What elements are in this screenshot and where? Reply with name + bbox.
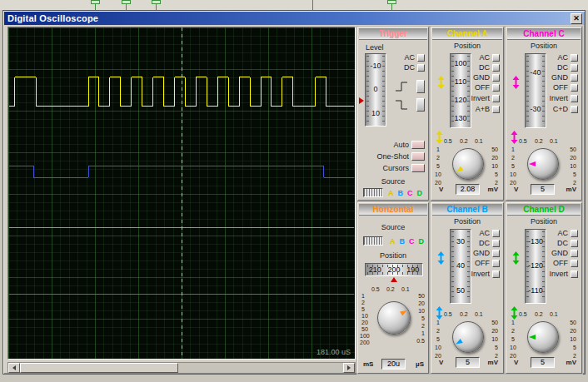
schematic-fragment (122, 0, 131, 4)
source-c[interactable]: C (407, 189, 413, 197)
position-label: Position (506, 42, 581, 50)
trigger-level-slider[interactable]: -10 0 10 (365, 53, 386, 127)
gain-knob[interactable] (527, 321, 559, 353)
knob-scale-label: 20 (491, 155, 498, 161)
gain-knob[interactable] (452, 321, 484, 353)
horizontal-source-letters: A B C D (390, 237, 424, 246)
position-strip[interactable]: -40-30 (525, 53, 546, 128)
position-arrow-icon[interactable] (437, 251, 445, 265)
knob-scale-label: 10 (435, 345, 441, 351)
trigger-source-slider[interactable] (363, 188, 383, 197)
falling-edge-button[interactable] (416, 98, 425, 112)
oscilloscope-window: Digital Oscilloscope ✕ 181.00 uS Trigger… (2, 10, 586, 375)
channel-panel: Channel B Position 304050 AC DC GND OFF … (431, 202, 504, 374)
trigger-dc-button[interactable] (417, 64, 425, 72)
gain-knob-area: 0.5 0.2 0.1 1 2 5 10 20 50 20 10 5 2 V 5… (506, 138, 581, 198)
dc-button[interactable] (571, 64, 578, 72)
trigger-ac-button[interactable] (417, 54, 425, 62)
dc-button[interactable] (492, 64, 500, 72)
unit-label: mV (488, 186, 498, 193)
position-value: 130 (454, 115, 466, 122)
gnd-button[interactable] (492, 74, 500, 82)
position-value: 100 (454, 60, 466, 67)
channel-panel: Channel A Position 100110120130 AC DC GN… (431, 27, 504, 201)
auto-button[interactable] (411, 141, 425, 149)
gain-knob-area: 0.5 0.2 0.1 1 2 5 10 20 50 20 10 5 2 V 2… (431, 138, 503, 198)
cursors-button[interactable] (411, 164, 425, 172)
knob-scale-label: 0.5 (519, 138, 527, 145)
knob-scale-label: 20 (418, 300, 425, 307)
invert-button[interactable] (571, 270, 578, 278)
knob-scale-label: 0.5 (416, 338, 425, 345)
gnd-label: GND (473, 73, 490, 82)
unit-label: V (514, 186, 518, 193)
one-shot-button[interactable] (411, 152, 425, 161)
rising-edge-button[interactable] (416, 80, 425, 93)
knob-pointer-icon (529, 335, 536, 340)
title-bar[interactable]: Digital Oscilloscope ✕ (4, 12, 584, 25)
sum-button[interactable] (492, 106, 500, 113)
ac-button[interactable] (492, 54, 500, 62)
horizontal-position-strip[interactable]: 210 200 190 (365, 263, 423, 276)
horizontal-source-slider[interactable] (363, 236, 383, 246)
cursors-label: Cursors (382, 164, 409, 172)
source-b[interactable]: B (400, 237, 406, 246)
ac-button[interactable] (492, 230, 500, 237)
dc-button[interactable] (492, 240, 500, 247)
horizontal-scrollbar[interactable] (7, 362, 356, 374)
gain-knob[interactable] (527, 148, 559, 180)
trigger-source-letters: A B C D (388, 189, 422, 197)
unit-label: V (439, 360, 443, 366)
invert-button[interactable] (492, 270, 500, 278)
invert-label: Invert (471, 270, 490, 278)
invert-button[interactable] (492, 95, 500, 102)
knob-scale-label: 20 (570, 155, 576, 161)
position-arrow-icon[interactable] (512, 76, 520, 89)
scrollbar-thumb[interactable] (20, 363, 178, 373)
off-row: OFF (553, 259, 578, 267)
off-button[interactable] (492, 260, 500, 267)
scroll-left-button[interactable] (8, 363, 20, 373)
invert-button[interactable] (571, 95, 578, 102)
source-d[interactable]: D (417, 189, 423, 197)
gnd-label: GND (473, 249, 490, 257)
knob-scale-label: 200 (360, 340, 370, 346)
off-button[interactable] (571, 84, 578, 92)
trigger-level-label: Level (366, 43, 384, 52)
knob-scale-label: 0.1 (550, 311, 558, 318)
knob-pointer (528, 149, 558, 179)
gnd-button[interactable] (571, 74, 578, 82)
channel-header: Channel D (507, 204, 581, 216)
time-readout: 181.00 uS (316, 348, 351, 356)
timebase-knob[interactable] (377, 301, 411, 335)
gnd-button[interactable] (571, 250, 578, 257)
scrollbar-track[interactable] (178, 363, 343, 373)
position-arrow-icon[interactable] (437, 76, 445, 89)
position-strip[interactable]: 100110120130 (450, 53, 471, 128)
knob-scale-label: 0.2 (460, 311, 468, 318)
gain-knob[interactable] (452, 148, 484, 180)
off-button[interactable] (492, 84, 500, 92)
trigger-dc-label: DC (404, 63, 415, 72)
ac-button[interactable] (571, 230, 578, 237)
position-strip[interactable]: 304050 (450, 229, 471, 304)
scroll-left-icon (12, 365, 16, 370)
source-b[interactable]: B (398, 189, 404, 197)
source-a[interactable]: A (388, 189, 394, 197)
gnd-button[interactable] (492, 250, 500, 257)
scroll-right-button[interactable] (343, 363, 355, 373)
knob-scale-label: 0.2 (460, 138, 468, 145)
close-button[interactable]: ✕ (571, 13, 582, 24)
ac-row: AC (479, 53, 500, 62)
position-strip[interactable]: -130-120-110 (525, 229, 546, 304)
off-button[interactable] (571, 260, 578, 267)
sum-button[interactable] (571, 106, 578, 113)
dc-button[interactable] (571, 240, 578, 247)
knob-scale-label: 0.2 (535, 138, 543, 145)
schematic-background (0, 0, 588, 10)
source-c[interactable]: C (409, 237, 415, 246)
position-arrow-icon[interactable] (512, 251, 520, 265)
source-d[interactable]: D (419, 237, 425, 246)
source-a[interactable]: A (390, 237, 396, 246)
ac-button[interactable] (571, 54, 578, 62)
